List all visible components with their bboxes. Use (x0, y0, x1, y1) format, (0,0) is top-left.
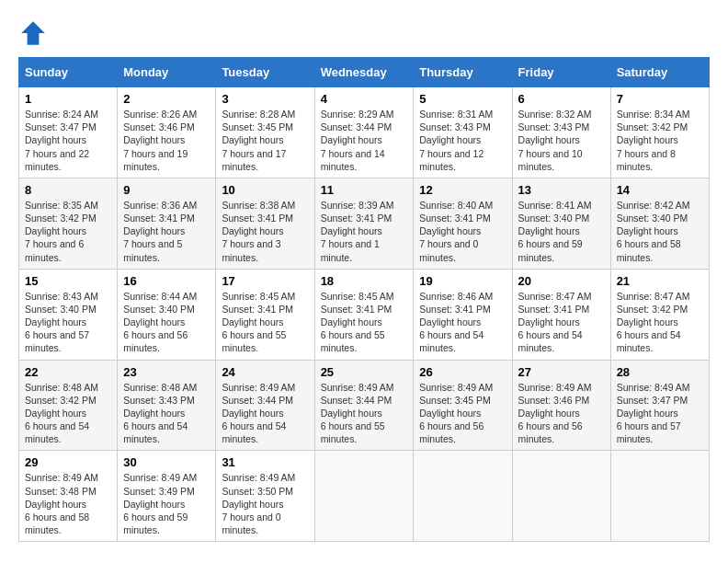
day-info: Sunrise: 8:49 AM Sunset: 3:46 PM Dayligh… (518, 381, 605, 446)
day-number: 19 (419, 274, 506, 288)
week-row-4: 22 Sunrise: 8:48 AM Sunset: 3:42 PM Dayl… (19, 360, 710, 451)
day-number: 25 (321, 365, 408, 379)
week-row-5: 29 Sunrise: 8:49 AM Sunset: 3:48 PM Dayl… (19, 451, 710, 542)
calendar-cell: 22 Sunrise: 8:48 AM Sunset: 3:42 PM Dayl… (19, 360, 118, 451)
day-info: Sunrise: 8:45 AM Sunset: 3:41 PM Dayligh… (222, 290, 308, 355)
calendar-header-row: SundayMondayTuesdayWednesdayThursdayFrid… (19, 58, 710, 87)
column-header-thursday: Thursday (414, 58, 512, 87)
day-info: Sunrise: 8:28 AM Sunset: 3:45 PM Dayligh… (222, 108, 308, 173)
day-number: 20 (518, 274, 605, 288)
day-number: 10 (222, 183, 308, 197)
calendar-cell: 4 Sunrise: 8:29 AM Sunset: 3:44 PM Dayli… (314, 87, 414, 178)
calendar-cell: 10 Sunrise: 8:38 AM Sunset: 3:41 PM Dayl… (216, 178, 314, 269)
day-number: 17 (222, 274, 308, 288)
calendar-cell: 13 Sunrise: 8:41 AM Sunset: 3:40 PM Dayl… (512, 178, 610, 269)
day-info: Sunrise: 8:34 AM Sunset: 3:42 PM Dayligh… (617, 108, 703, 173)
day-info: Sunrise: 8:43 AM Sunset: 3:40 PM Dayligh… (25, 290, 111, 355)
day-number: 14 (617, 183, 703, 197)
day-info: Sunrise: 8:49 AM Sunset: 3:44 PM Dayligh… (222, 381, 308, 446)
calendar-cell: 30 Sunrise: 8:49 AM Sunset: 3:49 PM Dayl… (118, 451, 216, 542)
column-header-sunday: Sunday (19, 58, 118, 87)
day-number: 3 (222, 92, 308, 106)
calendar-cell: 12 Sunrise: 8:40 AM Sunset: 3:41 PM Dayl… (414, 178, 512, 269)
day-number: 15 (25, 274, 111, 288)
day-info: Sunrise: 8:32 AM Sunset: 3:43 PM Dayligh… (518, 108, 605, 173)
calendar-cell: 24 Sunrise: 8:49 AM Sunset: 3:44 PM Dayl… (216, 360, 314, 451)
day-number: 5 (419, 92, 506, 106)
calendar-cell: 8 Sunrise: 8:35 AM Sunset: 3:42 PM Dayli… (19, 178, 118, 269)
day-info: Sunrise: 8:46 AM Sunset: 3:41 PM Dayligh… (419, 290, 506, 355)
logo-icon (18, 18, 48, 48)
day-info: Sunrise: 8:24 AM Sunset: 3:47 PM Dayligh… (25, 108, 111, 173)
day-number: 31 (222, 455, 308, 469)
day-number: 30 (123, 455, 210, 469)
calendar-cell: 21 Sunrise: 8:47 AM Sunset: 3:42 PM Dayl… (610, 269, 709, 360)
day-info: Sunrise: 8:49 AM Sunset: 3:50 PM Dayligh… (222, 471, 308, 536)
day-info: Sunrise: 8:41 AM Sunset: 3:40 PM Dayligh… (518, 199, 605, 264)
calendar-table: SundayMondayTuesdayWednesdayThursdayFrid… (18, 57, 710, 542)
day-number: 27 (518, 365, 605, 379)
day-info: Sunrise: 8:44 AM Sunset: 3:40 PM Dayligh… (123, 290, 210, 355)
calendar-cell: 26 Sunrise: 8:49 AM Sunset: 3:45 PM Dayl… (414, 360, 512, 451)
day-info: Sunrise: 8:35 AM Sunset: 3:42 PM Dayligh… (25, 199, 111, 264)
calendar-cell: 25 Sunrise: 8:49 AM Sunset: 3:44 PM Dayl… (314, 360, 414, 451)
day-info: Sunrise: 8:49 AM Sunset: 3:48 PM Dayligh… (25, 471, 111, 536)
day-info: Sunrise: 8:49 AM Sunset: 3:45 PM Dayligh… (419, 381, 506, 446)
day-info: Sunrise: 8:49 AM Sunset: 3:47 PM Dayligh… (617, 381, 703, 446)
calendar-cell: 20 Sunrise: 8:47 AM Sunset: 3:41 PM Dayl… (512, 269, 610, 360)
calendar-cell: 19 Sunrise: 8:46 AM Sunset: 3:41 PM Dayl… (414, 269, 512, 360)
day-info: Sunrise: 8:48 AM Sunset: 3:42 PM Dayligh… (25, 381, 111, 446)
calendar-cell (610, 451, 709, 542)
column-header-tuesday: Tuesday (216, 58, 314, 87)
day-number: 26 (419, 365, 506, 379)
day-info: Sunrise: 8:31 AM Sunset: 3:43 PM Dayligh… (419, 108, 506, 173)
day-info: Sunrise: 8:42 AM Sunset: 3:40 PM Dayligh… (617, 199, 703, 264)
day-number: 21 (617, 274, 703, 288)
column-header-monday: Monday (118, 58, 216, 87)
day-number: 18 (321, 274, 408, 288)
svg-marker-0 (21, 21, 45, 45)
day-number: 12 (419, 183, 506, 197)
day-number: 22 (25, 365, 111, 379)
calendar-cell: 16 Sunrise: 8:44 AM Sunset: 3:40 PM Dayl… (118, 269, 216, 360)
day-number: 24 (222, 365, 308, 379)
column-header-friday: Friday (512, 58, 610, 87)
day-info: Sunrise: 8:40 AM Sunset: 3:41 PM Dayligh… (419, 199, 506, 264)
column-header-saturday: Saturday (610, 58, 709, 87)
day-info: Sunrise: 8:49 AM Sunset: 3:49 PM Dayligh… (123, 471, 210, 536)
day-info: Sunrise: 8:39 AM Sunset: 3:41 PM Dayligh… (321, 199, 408, 264)
calendar-cell (414, 451, 512, 542)
calendar-cell (512, 451, 610, 542)
calendar-cell (314, 451, 414, 542)
calendar-cell: 3 Sunrise: 8:28 AM Sunset: 3:45 PM Dayli… (216, 87, 314, 178)
day-number: 16 (123, 274, 210, 288)
column-header-wednesday: Wednesday (314, 58, 414, 87)
day-number: 6 (518, 92, 605, 106)
day-info: Sunrise: 8:47 AM Sunset: 3:41 PM Dayligh… (518, 290, 605, 355)
day-number: 23 (123, 365, 210, 379)
calendar-cell: 31 Sunrise: 8:49 AM Sunset: 3:50 PM Dayl… (216, 451, 314, 542)
week-row-3: 15 Sunrise: 8:43 AM Sunset: 3:40 PM Dayl… (19, 269, 710, 360)
day-info: Sunrise: 8:36 AM Sunset: 3:41 PM Dayligh… (123, 199, 210, 264)
day-info: Sunrise: 8:45 AM Sunset: 3:41 PM Dayligh… (321, 290, 408, 355)
day-info: Sunrise: 8:29 AM Sunset: 3:44 PM Dayligh… (321, 108, 408, 173)
calendar-cell: 7 Sunrise: 8:34 AM Sunset: 3:42 PM Dayli… (610, 87, 709, 178)
day-number: 28 (617, 365, 703, 379)
day-number: 11 (321, 183, 408, 197)
calendar-cell: 5 Sunrise: 8:31 AM Sunset: 3:43 PM Dayli… (414, 87, 512, 178)
day-info: Sunrise: 8:26 AM Sunset: 3:46 PM Dayligh… (123, 108, 210, 173)
calendar-cell: 28 Sunrise: 8:49 AM Sunset: 3:47 PM Dayl… (610, 360, 709, 451)
calendar-cell: 14 Sunrise: 8:42 AM Sunset: 3:40 PM Dayl… (610, 178, 709, 269)
day-number: 7 (617, 92, 703, 106)
week-row-2: 8 Sunrise: 8:35 AM Sunset: 3:42 PM Dayli… (19, 178, 710, 269)
calendar-cell: 9 Sunrise: 8:36 AM Sunset: 3:41 PM Dayli… (118, 178, 216, 269)
day-number: 2 (123, 92, 210, 106)
day-number: 29 (25, 455, 111, 469)
calendar-cell: 27 Sunrise: 8:49 AM Sunset: 3:46 PM Dayl… (512, 360, 610, 451)
calendar-cell: 17 Sunrise: 8:45 AM Sunset: 3:41 PM Dayl… (216, 269, 314, 360)
day-info: Sunrise: 8:49 AM Sunset: 3:44 PM Dayligh… (321, 381, 408, 446)
day-number: 13 (518, 183, 605, 197)
calendar-cell: 11 Sunrise: 8:39 AM Sunset: 3:41 PM Dayl… (314, 178, 414, 269)
day-info: Sunrise: 8:48 AM Sunset: 3:43 PM Dayligh… (123, 381, 210, 446)
calendar-cell: 23 Sunrise: 8:48 AM Sunset: 3:43 PM Dayl… (118, 360, 216, 451)
